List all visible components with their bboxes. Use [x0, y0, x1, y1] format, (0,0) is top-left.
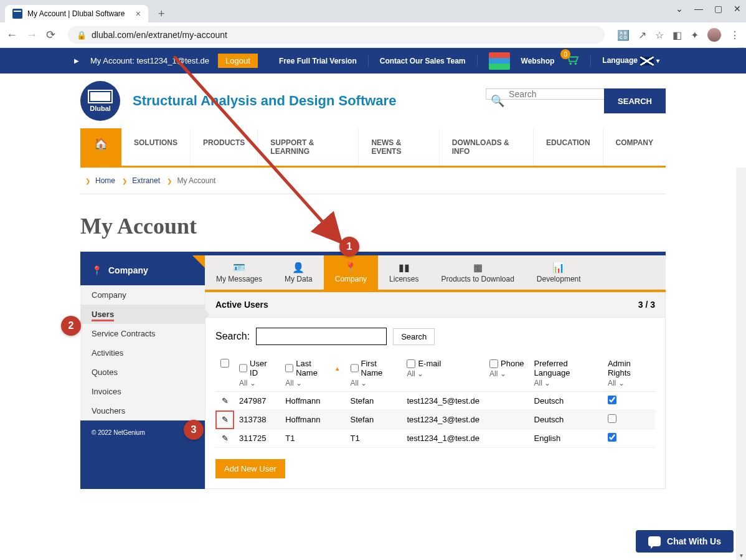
lock-icon: 🔒: [77, 31, 87, 40]
edit-row-button[interactable]: ✎: [215, 392, 234, 411]
nav-home[interactable]: 🏠: [80, 128, 121, 166]
cart-button[interactable]: 0: [565, 54, 579, 67]
admin-checkbox[interactable]: [608, 414, 616, 423]
tab-development[interactable]: 📊Development: [526, 255, 592, 290]
header-search-button[interactable]: SEARCH: [604, 88, 666, 113]
products-icon[interactable]: [489, 52, 510, 70]
sidebar-item-quotes[interactable]: Quotes: [80, 363, 205, 382]
filter-admin[interactable]: All ⌄: [608, 379, 650, 387]
reload-button[interactable]: ⟳: [46, 28, 55, 42]
webshop-link[interactable]: Webshop: [521, 57, 555, 65]
users-search-input[interactable]: [256, 328, 387, 345]
dlubal-logo[interactable]: Dlubal: [80, 81, 120, 121]
select-all-checkbox[interactable]: [220, 359, 229, 368]
cell-phone: [484, 392, 529, 411]
tagline: Structural Analysis and Design Software: [133, 93, 396, 109]
col-checkbox[interactable]: [239, 364, 247, 373]
table-row[interactable]: ✎247987HoffmannStefantest1234_5@test.deD…: [215, 392, 655, 411]
profile-avatar[interactable]: [707, 28, 721, 42]
sidebar-item-service-contracts[interactable]: Service Contracts: [80, 324, 205, 343]
forward-button[interactable]: →: [26, 29, 37, 42]
nav-education[interactable]: EDUCATION: [534, 128, 603, 166]
contact-link[interactable]: Contact Our Sales Team: [380, 57, 466, 65]
chart-icon: 📊: [537, 262, 581, 273]
col-checkbox[interactable]: [285, 364, 293, 373]
trial-link[interactable]: Free Full Trial Version: [279, 57, 357, 65]
chat-widget[interactable]: Chat With Us: [636, 530, 734, 553]
sidebar-item-vouchers[interactable]: Vouchers: [80, 401, 205, 420]
crumb-home[interactable]: Home: [95, 176, 115, 185]
page-title: My Account: [80, 194, 666, 252]
users-search-button[interactable]: Search: [393, 328, 435, 345]
sidebar-item-invoices[interactable]: Invoices: [80, 382, 205, 401]
admin-checkbox[interactable]: [608, 433, 616, 442]
scroll-down-arrow[interactable]: ▾: [736, 550, 746, 560]
record-count: 3 / 3: [638, 300, 655, 310]
edit-row-button[interactable]: ✎: [215, 429, 234, 448]
tab-my-messages[interactable]: 🪪My Messages: [205, 255, 273, 290]
edit-row-button[interactable]: ✎: [215, 411, 234, 429]
tab-products-download[interactable]: ▦Products to Download: [430, 255, 525, 290]
kebab-menu-icon[interactable]: ⋮: [730, 29, 740, 41]
nav-support-learning[interactable]: SUPPORT & LEARNING: [258, 128, 359, 166]
col-checkbox[interactable]: [489, 359, 498, 368]
cell-language: Deutsch: [529, 411, 603, 429]
corner-fold-icon: [192, 255, 205, 268]
cell-admin[interactable]: [603, 392, 655, 411]
nav-products[interactable]: PRODUCTS: [191, 128, 258, 166]
filter-email[interactable]: All ⌄: [407, 369, 479, 378]
tab-my-data[interactable]: 👤My Data: [273, 255, 324, 290]
close-icon[interactable]: ×: [136, 9, 141, 19]
language-selector[interactable]: Language▾: [602, 56, 659, 65]
table-row[interactable]: ✎313738HoffmannStefantest1234_3@test.deD…: [215, 411, 655, 429]
puzzle-icon[interactable]: ✦: [691, 29, 699, 41]
cell-language: Deutsch: [529, 392, 603, 411]
back-button[interactable]: ←: [6, 29, 17, 42]
bars-icon: ▮▮: [389, 262, 418, 273]
table-row[interactable]: ✎311725T1T1test1234_1@test.deEnglish: [215, 429, 655, 448]
sidebar-item-users[interactable]: Users: [80, 305, 205, 324]
add-new-user-button[interactable]: Add New User: [215, 459, 285, 478]
cell-first-name: Stefan: [346, 411, 402, 429]
nav-solutions[interactable]: SOLUTIONS: [121, 128, 191, 166]
col-checkbox[interactable]: [351, 364, 359, 373]
extension-icon[interactable]: ◧: [673, 29, 682, 41]
divider: [590, 55, 591, 67]
maximize-icon[interactable]: ▢: [714, 4, 722, 14]
close-window-icon[interactable]: ✕: [734, 4, 741, 14]
star-icon[interactable]: ☆: [655, 29, 664, 41]
sidebar-item-company[interactable]: Company: [80, 285, 205, 305]
filter-last-name[interactable]: All ⌄: [285, 379, 340, 387]
annotation-3: 3: [184, 420, 204, 440]
nav-downloads-info[interactable]: DOWNLOADS & INFO: [440, 128, 534, 166]
nav-company[interactable]: COMPANY: [603, 128, 666, 166]
new-tab-button[interactable]: +: [153, 5, 170, 23]
browser-tab[interactable]: My Account | Dlubal Software ×: [5, 5, 148, 22]
cell-email: test1234_1@test.de: [402, 429, 484, 448]
filter-user-id[interactable]: All ⌄: [239, 379, 275, 387]
filter-phone[interactable]: All ⌄: [489, 369, 524, 378]
filter-language[interactable]: All ⌄: [534, 379, 598, 387]
filter-first-name[interactable]: All ⌄: [351, 379, 397, 387]
crumb-extranet[interactable]: Extranet: [132, 176, 160, 185]
nav-news-events[interactable]: NEWS & EVENTS: [359, 128, 439, 166]
admin-checkbox[interactable]: [608, 396, 616, 404]
browser-chrome: My Account | Dlubal Software × + ⌄ — ▢ ✕…: [0, 0, 746, 48]
url-field[interactable]: 🔒 dlubal.com/en/extranet/my-account: [68, 26, 605, 44]
sidebar-item-activities[interactable]: Activities: [80, 343, 205, 363]
share-icon[interactable]: ↗: [638, 29, 646, 41]
account-panel: 📍 Company Company Users Service Contract…: [80, 255, 666, 489]
url-text: dlubal.com/en/extranet/my-account: [92, 30, 227, 40]
logout-button[interactable]: Logout: [218, 54, 258, 68]
translate-icon[interactable]: 🔠: [617, 29, 630, 41]
top-strip: ▶ My Account: test1234_1@test.de Logout …: [0, 48, 746, 74]
tab-company[interactable]: 📍Company: [324, 255, 378, 290]
minimize-icon[interactable]: —: [694, 4, 703, 14]
flag-uk-icon: [640, 57, 654, 65]
cell-admin[interactable]: [603, 411, 655, 429]
sort-asc-icon[interactable]: ▲: [334, 365, 341, 372]
col-checkbox[interactable]: [407, 359, 415, 368]
tab-licenses[interactable]: ▮▮Licenses: [378, 255, 430, 290]
cell-admin[interactable]: [603, 429, 655, 448]
chevron-down-icon[interactable]: ⌄: [676, 4, 683, 14]
